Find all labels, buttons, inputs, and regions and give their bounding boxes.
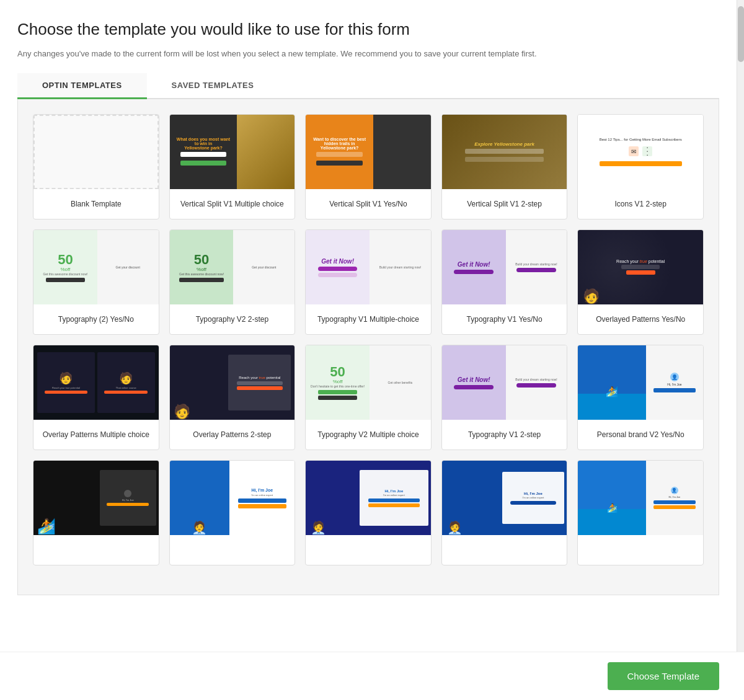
typo-pur-left: Get it Now!	[306, 230, 370, 304]
template-card-row4-3[interactable]: 🧑‍💼 Hi, I'm Joe I'm an online expert	[305, 460, 432, 565]
personal-label: Hi, I'm Joe	[667, 383, 681, 386]
template-label-row4-2	[170, 535, 295, 565]
template-card-overlay-2step[interactable]: 🧑 Reach your true potential Overlay Patt…	[169, 345, 296, 450]
overlay-person-2: 🧑	[119, 371, 133, 385]
template-preview-row4-2: 🧑‍💼 Hi, I'm Joe I'm an online expert	[170, 461, 295, 535]
typo-lbl: Get this awesome discount now!	[43, 272, 87, 276]
template-card-personal-v2[interactable]: 🏄 👤 Hi, I'm Joe Personal brand V2 Yes/No	[577, 345, 704, 450]
typo2-pur-title: Get it Now!	[458, 261, 490, 268]
template-preview-typo-v1-multi: Get it Now! Build your dream starting no…	[306, 230, 431, 304]
dp-person: 🏄	[37, 518, 56, 535]
dp-card: Hi, I'm Joe	[100, 470, 156, 526]
template-label-row4-1	[33, 535, 159, 565]
joe-overlay-art: 🧑‍💼 Hi, I'm Joe I'm an online expert	[306, 461, 431, 535]
typo-left: 50 %off Get this awesome discount now!	[33, 230, 97, 304]
typo-pur-sub: Build your dream starting now!	[379, 265, 422, 269]
joe-desc: I'm an online expert	[251, 494, 273, 497]
typo2-sub: Get your discount	[252, 265, 276, 269]
template-preview-typo-v1-2step: Get it Now! Build your dream starting no…	[442, 345, 567, 420]
template-card-icons[interactable]: Best 12 Tips... for Getting More Email S…	[577, 114, 704, 219]
template-card-row4-4[interactable]: 🧑‍💼 Hi, I'm Joe I'm an online expert	[441, 460, 568, 565]
template-card-row4-5[interactable]: 🏄 👤 Hi, I'm Joe	[577, 460, 704, 565]
page-subtitle: Any changes you've made to the current f…	[17, 49, 719, 58]
typo2-pur-sub: Build your dream starting now!	[515, 262, 557, 266]
typo-v2m-right: Get other benefits	[370, 345, 431, 420]
template-card-row4-1[interactable]: 🏄 Hi, I'm Joe	[33, 460, 159, 565]
personal-v2-dark-art: 🏄 👤 Hi, I'm Joe	[578, 461, 703, 535]
template-card-vs-yesno[interactable]: Want to discover the best hidden trails …	[305, 114, 432, 219]
dark-content: Reach your true potential	[616, 259, 665, 276]
template-card-vs-2step[interactable]: Explore Yellowstone park Vertical Split …	[441, 114, 568, 219]
template-card-row4-2[interactable]: 🧑‍💼 Hi, I'm Joe I'm an online expert	[169, 460, 296, 565]
typo-v2m-num: 50	[330, 365, 345, 379]
pv2d-water	[578, 509, 645, 535]
vs-btn	[180, 161, 226, 166]
template-preview-typo-v2-2step: 50 %off Get this awesome discount now! G…	[170, 230, 295, 304]
joe-light-art: 🧑‍💼 Hi, I'm Joe I'm an online expert	[170, 461, 295, 535]
template-card-typo-v2-multi[interactable]: 50 %off Don't hesitate to get this one-t…	[305, 345, 432, 450]
pv2d-left: 🏄	[578, 461, 645, 535]
page-title: Choose the template you would like to us…	[17, 20, 719, 39]
template-card-overlay-multi[interactable]: 🧑 Reach your true potential 🧑 That onlin…	[33, 345, 159, 450]
tab-optin-templates[interactable]: OPTIN TEMPLATES	[17, 73, 147, 99]
typo-pur-title: Get it Now!	[321, 258, 354, 265]
template-card-typo-v2-2step[interactable]: 50 %off Get this awesome discount now! G…	[169, 229, 296, 335]
typo-num: 50	[58, 253, 73, 267]
typo-pur-btn	[318, 267, 358, 271]
template-card-typo-v1-2step[interactable]: Get it Now! Build your dream starting no…	[441, 345, 568, 450]
typo-v2m-lbl: Don't hesitate to get this one-time offe…	[311, 384, 365, 388]
template-card-typo-v1-yesno[interactable]: Get it Now! Build your dream starting no…	[441, 229, 568, 335]
pv2d-right: 👤 Hi, I'm Joe	[646, 461, 703, 535]
typo-purple-art: Get it Now! Build your dream starting no…	[306, 230, 431, 304]
typo2-num: 50	[194, 253, 209, 267]
overlay-label-1: Reach your true potential	[52, 386, 80, 389]
dark-pattern-art: 🧑 Reach your true potential	[578, 230, 703, 304]
template-preview-overlay-multi: 🧑 Reach your true potential 🧑 That onlin…	[33, 345, 159, 420]
vs-dark-title: Explore Yellowstone park	[474, 141, 534, 147]
choose-template-button[interactable]: Choose Template	[608, 662, 719, 690]
vso-right	[373, 115, 431, 189]
template-label-typo-v1-multi: Typography V1 Multiple-choice	[306, 304, 431, 334]
template-preview-personal-v2: 🏄 👤 Hi, I'm Joe	[578, 345, 703, 420]
overlay2-btn	[237, 386, 283, 390]
typo-v2m-off: %off	[333, 379, 343, 384]
joe-bl-desc: I'm an online expert	[523, 496, 544, 499]
overlay2-title: Reach your true potential	[239, 376, 280, 379]
template-label-overlay-yesno: Overlayed Patterns Yes/No	[578, 304, 703, 334]
scrollbar[interactable]	[737, 0, 744, 700]
overlay2-person: 🧑	[174, 404, 190, 420]
vso-title: Want to discover the best hidden trails …	[311, 137, 368, 150]
template-card-overlay-yesno[interactable]: 🧑 Reach your true potential Overlayed Pa…	[577, 229, 704, 335]
dp-avatar	[124, 490, 131, 497]
joe-btn2	[238, 504, 286, 508]
joe-ov-desc: I'm an online expert	[383, 494, 405, 497]
pv2d-person: 🏄	[607, 503, 618, 513]
template-card-vs-multi[interactable]: What does you most want to win inYellows…	[169, 114, 296, 219]
template-card-typo-v1-multi[interactable]: Get it Now! Build your dream starting no…	[305, 229, 432, 335]
template-label-blank: Blank Template	[33, 189, 159, 219]
vso-input	[316, 152, 362, 157]
typo-v2m-btn2	[318, 396, 358, 400]
template-preview-row4-5: 🏄 👤 Hi, I'm Joe	[578, 461, 703, 535]
page-container: Choose the template you would like to us…	[0, 0, 744, 657]
template-label-vs-2step: Vertical Split V1 2-step	[442, 189, 567, 219]
pv2d-avatar: 👤	[671, 487, 678, 494]
vso-left: Want to discover the best hidden trails …	[306, 115, 373, 189]
template-preview-typo-v2-multi: 50 %off Don't hesitate to get this one-t…	[306, 345, 431, 420]
template-card-typo2-yesno[interactable]: 50 %off Get this awesome discount now! G…	[33, 229, 159, 335]
typo-green-art: 50 %off Get this awesome discount now! G…	[33, 230, 159, 304]
icons-art: Best 12 Tips... for Getting More Email S…	[578, 115, 703, 189]
template-preview-overlay-2step: 🧑 Reach your true potential	[170, 345, 295, 420]
typo-off: %off	[60, 267, 70, 272]
template-label-row4-3	[306, 535, 431, 565]
template-preview-overlay-yesno: 🧑 Reach your true potential	[578, 230, 703, 304]
typo-v12-art: Get it Now! Build your dream starting no…	[442, 345, 567, 420]
template-card-blank[interactable]: Blank Template	[33, 114, 159, 219]
joe-light-right: Hi, I'm Joe I'm an online expert	[229, 461, 294, 535]
typo2-pur-btn2	[516, 268, 556, 272]
overlay2-input	[237, 381, 283, 385]
typo2-pur-left: Get it Now!	[442, 230, 506, 304]
scrollbar-thumb[interactable]	[738, 6, 744, 62]
tab-saved-templates[interactable]: SAVED TEMPLATES	[147, 73, 279, 99]
personal-v2-art: 🏄 👤 Hi, I'm Joe	[578, 345, 703, 420]
